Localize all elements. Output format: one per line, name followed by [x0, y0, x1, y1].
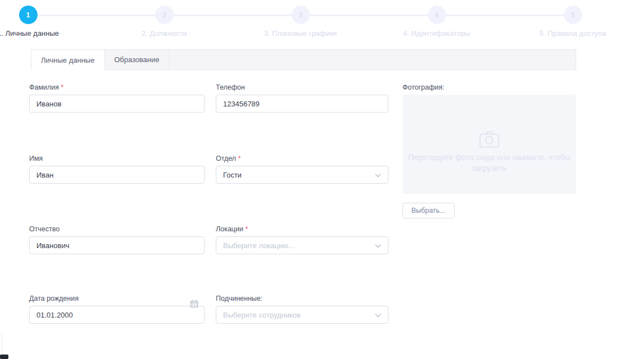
calendar-icon[interactable] [190, 300, 198, 308]
locations-select[interactable]: Выберите локацию... [216, 236, 388, 254]
phone-input[interactable] [216, 95, 388, 113]
photo-section: Фотография: Перетащите фото сюда или наж… [402, 0, 576, 359]
middlename-label: Отчество [29, 226, 205, 233]
required-asterisk: * [236, 155, 240, 162]
step-circle: 4 [428, 6, 446, 24]
step-circle: 2 [155, 6, 174, 24]
stepper-step-identifiers[interactable]: 44. Идентификаторы [372, 6, 501, 38]
choose-photo-button[interactable]: Выбрать... [402, 203, 455, 218]
birthdate-input[interactable] [29, 306, 205, 324]
photo-dropzone[interactable]: Перетащите фото сюда или нажмите, чтобы … [402, 95, 576, 194]
lastname-label: Фамилия * [29, 84, 205, 91]
birthdate-label: Дата рождения [29, 295, 205, 302]
subordinates-label: Подчиненные: [216, 295, 388, 302]
step-circle: 5 [564, 6, 582, 24]
field-group-birthdate: Дата рождения [29, 295, 205, 324]
department-label: Отдел * [216, 155, 388, 162]
lastname-input[interactable] [29, 95, 205, 113]
field-group-phone: Телефон [216, 84, 388, 113]
dropzone-hint-text: Перетащите фото сюда или нажмите, чтобы … [406, 152, 573, 174]
step-label: 5. Правила доступа [539, 29, 606, 38]
phone-label: Телефон [216, 84, 388, 91]
stepper-step-planned-schedules[interactable]: 33. Плановые графики [236, 6, 365, 38]
chevron-down-icon [375, 174, 381, 178]
form-column-left: Фамилия *ИмяОтчествоДата рожденияНомер с… [29, 0, 205, 359]
step-label: 2. Должности [142, 29, 187, 38]
step-label: 4. Идентификаторы [403, 29, 470, 38]
firstname-input[interactable] [29, 166, 205, 184]
firstname-label: Имя [29, 155, 205, 162]
field-group-middlename: Отчество [29, 226, 205, 254]
stepper-step-personal-data[interactable]: 11. Личные данные [0, 6, 92, 38]
personal-data-form: Фамилия *ИмяОтчествоДата рожденияНомер с… [0, 0, 644, 359]
field-group-firstname: Имя [29, 155, 205, 184]
calendar-glyph [190, 300, 198, 308]
chevron-down-icon [375, 314, 381, 318]
form-column-middle: ТелефонОтдел *ГостиЛокации *Выберите лок… [216, 0, 388, 359]
camera-icon [479, 130, 499, 148]
field-group-lastname: Фамилия * [29, 84, 205, 113]
step-label: 3. Плановые графики [264, 29, 337, 38]
stepper-step-access-rules[interactable]: 55. Правила доступа [508, 6, 637, 38]
stepper-step-positions[interactable]: 22. Должности [100, 6, 229, 38]
step-label: 1. Личные данные [0, 29, 59, 38]
step-circle: 1 [19, 6, 38, 24]
field-group-department: Отдел *Гости [216, 155, 388, 184]
field-group-subordinates: Подчиненные:Выберите сотрудников [216, 295, 388, 324]
chevron-down-icon [375, 244, 381, 248]
step-circle: 3 [291, 6, 310, 24]
required-asterisk: * [59, 83, 63, 91]
required-asterisk: * [243, 225, 248, 233]
department-select[interactable]: Гости [216, 166, 388, 184]
middlename-input[interactable] [29, 236, 205, 254]
locations-label: Локации * [216, 226, 388, 233]
photo-label: Фотография: [402, 84, 576, 91]
bottom-left-cutoff-element [0, 355, 8, 359]
field-group-locations: Локации *Выберите локацию... [216, 226, 388, 254]
subordinates-select[interactable]: Выберите сотрудников [216, 306, 388, 324]
